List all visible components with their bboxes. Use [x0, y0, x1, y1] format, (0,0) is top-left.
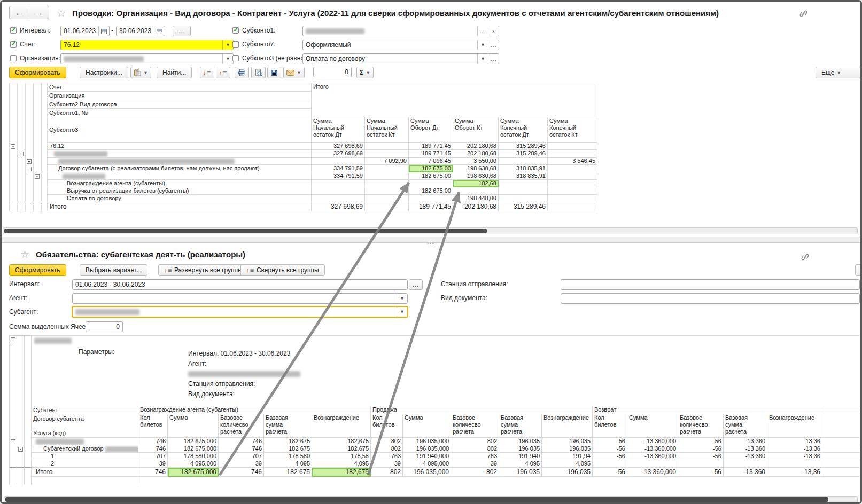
expand-plus-icon[interactable]: +: [27, 159, 32, 164]
cell[interactable]: -56: [678, 438, 724, 445]
cell[interactable]: 3 550,00: [453, 158, 499, 165]
cell[interactable]: 182 675,000: [168, 468, 219, 477]
cell[interactable]: [312, 158, 365, 165]
subkonto1-field[interactable]: ... x: [302, 26, 499, 36]
cell[interactable]: 182 675: [264, 438, 312, 445]
cell[interactable]: [678, 460, 724, 468]
chevron-down-icon[interactable]: ▼: [397, 294, 407, 303]
cell[interactable]: -56: [678, 445, 724, 453]
row-label[interactable]: 76.12: [48, 143, 312, 150]
cell[interactable]: 4 095,000: [403, 460, 451, 468]
corner-header[interactable]: Счет: [48, 83, 312, 92]
cell[interactable]: -13 360,000: [627, 438, 678, 445]
cell[interactable]: 4 095: [499, 460, 542, 468]
link-icon[interactable]: [799, 9, 808, 18]
cell[interactable]: -13 360: [724, 438, 767, 445]
expand-minus-icon[interactable]: -: [11, 439, 15, 444]
cell[interactable]: [548, 195, 597, 202]
cell[interactable]: [822, 468, 860, 477]
chevron-down-icon[interactable]: ▼: [222, 40, 233, 50]
cell[interactable]: -56: [678, 468, 724, 477]
column-header[interactable]: Сумма: [403, 414, 451, 438]
column-header[interactable]: Сумма Оборот Дт: [409, 117, 453, 143]
cell[interactable]: 39: [219, 460, 264, 468]
cell[interactable]: 182 675,00: [409, 187, 453, 195]
expand-minus-icon[interactable]: -: [35, 174, 40, 179]
corner-header[interactable]: Организация: [48, 92, 312, 100]
interval-to-field[interactable]: 30.06.2023: [116, 26, 165, 36]
cell[interactable]: 327 698,69: [312, 202, 365, 211]
cell[interactable]: 202 180,68: [453, 143, 499, 150]
row-label[interactable]: Итого: [32, 468, 138, 477]
cell[interactable]: -56: [678, 453, 724, 460]
cell[interactable]: 196 035: [499, 468, 542, 477]
column-header[interactable]: Кол билетов: [371, 414, 403, 438]
cell[interactable]: [627, 460, 678, 468]
link-icon[interactable]: [801, 253, 810, 262]
cell[interactable]: -13 360: [724, 468, 767, 477]
interval-from-field[interactable]: 01.06.2023: [60, 26, 110, 36]
cell[interactable]: -13 360,000: [627, 445, 678, 453]
cell[interactable]: [499, 187, 548, 195]
window-splitter[interactable]: •••: [2, 237, 860, 243]
expand-all-groups-button[interactable]: ↓≣Развернуть все группы: [158, 264, 248, 276]
cell[interactable]: [548, 172, 597, 180]
cell[interactable]: -13 360: [724, 445, 767, 453]
cell[interactable]: 763: [371, 453, 403, 460]
column-header[interactable]: [822, 414, 860, 438]
save-button[interactable]: [267, 67, 281, 78]
cell[interactable]: [548, 180, 597, 187]
cell[interactable]: -56: [593, 453, 627, 460]
subkonto1-checkbox[interactable]: [232, 27, 239, 34]
cell[interactable]: 182 675,000: [168, 445, 219, 453]
cell[interactable]: [365, 202, 409, 211]
cell[interactable]: [548, 150, 597, 158]
collapse-all-groups-button[interactable]: ↑≣Свернуть все группы: [240, 264, 325, 276]
cell[interactable]: [365, 172, 409, 180]
cell[interactable]: [312, 195, 365, 202]
cell[interactable]: -13 360,000: [627, 453, 678, 460]
cell[interactable]: 196,035: [542, 468, 593, 477]
cell[interactable]: 189 771,45: [409, 143, 453, 150]
cell[interactable]: -13,36: [767, 445, 822, 453]
row-label[interactable]: [48, 150, 312, 158]
column-header[interactable]: Кол билетов: [138, 414, 168, 438]
column-header[interactable]: Базовая сумма расчета: [499, 414, 542, 438]
cell[interactable]: 198 448,00: [453, 195, 499, 202]
cell[interactable]: 182 675,00: [409, 165, 453, 172]
cell[interactable]: 4,095: [542, 460, 593, 468]
column-header[interactable]: Вознаграждение: [312, 414, 371, 438]
settings-button[interactable]: Настройки...: [80, 67, 128, 78]
cell[interactable]: 182,675: [312, 445, 371, 453]
column-header[interactable]: Базовая сумма расчета: [264, 414, 312, 438]
calendar-icon[interactable]: [98, 26, 109, 36]
cell[interactable]: 178 580,000: [168, 453, 219, 460]
cell[interactable]: 802: [371, 438, 403, 445]
subkonto3-field[interactable]: Оплата по договору ▼ ...: [302, 53, 499, 64]
expand-minus-icon[interactable]: -: [27, 167, 32, 171]
generate-button[interactable]: Сформировать: [9, 264, 66, 276]
subkonto3-checkbox[interactable]: [232, 55, 239, 61]
choose-variant-button[interactable]: Выбрать вариант...: [80, 264, 147, 276]
group-header[interactable]: Вознаграждение агента (субагенты): [138, 406, 371, 414]
clear-icon[interactable]: x: [488, 26, 499, 36]
column-header[interactable]: Базовая сумма расчета: [724, 414, 767, 438]
cell[interactable]: [548, 202, 597, 211]
cell[interactable]: [822, 460, 860, 468]
interval-more-button[interactable]: ...: [173, 26, 191, 36]
scrollbar-thumb[interactable]: [5, 497, 828, 502]
cell[interactable]: [312, 187, 365, 195]
cell[interactable]: 746: [138, 438, 168, 445]
cell[interactable]: 334 791,59: [312, 165, 365, 172]
cell[interactable]: 802: [451, 468, 499, 477]
cell[interactable]: 802: [371, 468, 403, 477]
cell[interactable]: 746: [219, 438, 264, 445]
favorite-star-icon[interactable]: ☆: [20, 249, 29, 259]
more-commands-button[interactable]: Еще▼: [816, 67, 862, 78]
generate-button[interactable]: Сформировать: [9, 67, 66, 78]
cell[interactable]: 7 092,90: [365, 158, 409, 165]
cell[interactable]: [312, 180, 365, 187]
cell[interactable]: 707: [138, 453, 168, 460]
chevron-down-icon[interactable]: ▼: [397, 307, 407, 317]
cell[interactable]: [499, 195, 548, 202]
